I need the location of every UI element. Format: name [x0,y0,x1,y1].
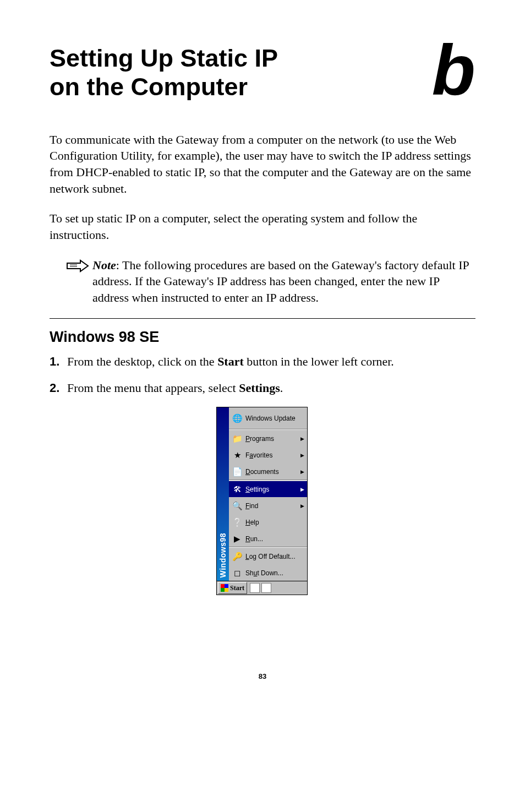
menu-item-icon: 🔍 [231,500,243,512]
quick-launch-icon[interactable] [250,583,260,593]
chapter-letter: b [432,40,475,101]
start-menu-sidebar: Windows98 [217,407,229,581]
menu-item-label: Help [245,519,259,526]
start-menu-sidebar-label: Windows98 [218,533,227,577]
quick-launch-icon[interactable] [261,583,271,593]
step-1: 1. From the desktop, click on the Start … [50,353,475,370]
submenu-arrow-icon: ▶ [300,469,304,475]
chapter-title: Setting Up Static IP on the Computer [50,44,278,101]
menu-item-label: Settings [245,486,269,493]
submenu-arrow-icon: ▶ [300,487,304,492]
note-label: Note [92,258,116,272]
menu-item-label: Run... [245,535,263,543]
menu-item-label: Find [245,502,258,510]
taskbar: Start [216,581,308,595]
chapter-title-line2: on the Computer [50,73,248,101]
start-menu-figure: Windows98 🌐Windows Update📁Programs▶★Favo… [216,407,309,595]
menu-item-icon: 📁 [231,433,243,445]
step-number: 1. [50,353,67,370]
step-text: From the desktop, click on the Start but… [67,353,394,370]
menu-item-log-off-default[interactable]: 🔑Log Off Default... [229,548,307,564]
submenu-arrow-icon: ▶ [300,453,304,458]
menu-item-label: Documents [245,468,279,476]
step-text: From the menu that appears, select Setti… [67,380,283,397]
page-number: 83 [50,672,475,680]
menu-item-icon: ▶ [231,533,243,545]
menu-item-shut-down[interactable]: ◻Shut Down... [229,564,307,581]
start-menu: Windows98 🌐Windows Update📁Programs▶★Favo… [216,407,308,581]
menu-item-label: Shut Down... [245,569,283,577]
menu-item-favorites[interactable]: ★Favorites▶ [229,446,307,463]
quick-launch [250,583,271,593]
note-block: Note: The following procedures are based… [66,257,475,306]
intro-paragraph-1: To communicate with the Gateway from a c… [50,132,475,197]
menu-item-label: Log Off Default... [245,553,296,560]
menu-item-programs[interactable]: 📁Programs▶ [229,430,307,446]
windows-flag-icon [221,584,228,592]
menu-item-icon: 🛠 [231,483,243,495]
menu-item-help[interactable]: ❔Help [229,514,307,530]
intro-paragraph-2: To set up static IP on a computer, selec… [50,210,475,243]
start-menu-items: 🌐Windows Update📁Programs▶★Favorites▶📄Doc… [229,407,307,581]
chapter-title-line1: Setting Up Static IP [50,44,278,72]
menu-item-windows-update[interactable]: 🌐Windows Update [229,407,307,429]
menu-item-run[interactable]: ▶Run... [229,530,307,547]
menu-item-label: Programs [245,435,274,443]
submenu-arrow-icon: ▶ [300,436,304,442]
submenu-arrow-icon: ▶ [300,503,304,509]
menu-item-label: Windows Update [245,415,296,422]
menu-item-icon: ★ [231,449,243,461]
steps-list: 1. From the desktop, click on the Start … [50,353,475,397]
section-heading: Windows 98 SE [50,329,475,346]
step-2: 2. From the menu that appears, select Se… [50,380,475,397]
menu-item-icon: ◻ [231,567,243,579]
start-button[interactable]: Start [218,582,247,594]
menu-item-settings[interactable]: 🛠Settings▶ [229,481,307,497]
step-number: 2. [50,380,67,397]
section-divider [50,318,475,319]
menu-item-icon: ❔ [231,516,243,528]
start-button-label: Start [230,584,244,592]
menu-item-icon: 📄 [231,466,243,478]
menu-item-documents[interactable]: 📄Documents▶ [229,463,307,479]
note-text: Note: The following procedures are based… [92,257,475,306]
menu-item-icon: 🌐 [231,412,243,424]
menu-item-label: Favorites [245,451,272,459]
menu-item-icon: 🔑 [231,551,243,563]
note-icon [66,259,89,277]
note-body: : The following procedures are based on … [92,258,469,304]
menu-item-find[interactable]: 🔍Find▶ [229,497,307,514]
